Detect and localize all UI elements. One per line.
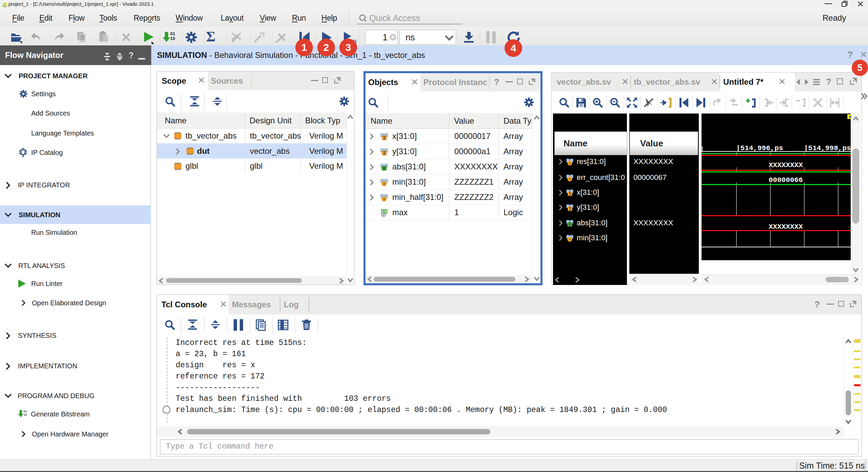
svg-text:I: I	[569, 207, 571, 211]
svg-text:0: 0	[383, 166, 386, 171]
svg-text:I: I	[569, 192, 571, 197]
svg-text:v: v	[383, 197, 386, 201]
svg-text:10: 10	[23, 413, 27, 416]
svg-text:v: v	[569, 161, 571, 165]
svg-text:v: v	[383, 182, 386, 186]
svg-text:0: 0	[569, 222, 571, 227]
svg-text:10: 10	[170, 36, 175, 41]
svg-text:v: v	[569, 177, 571, 181]
svg-text:v: v	[569, 237, 571, 241]
svg-text:I: I	[383, 136, 386, 141]
svg-text:01: 01	[23, 410, 27, 413]
svg-text:01: 01	[170, 31, 175, 36]
svg-text:I: I	[383, 151, 386, 156]
